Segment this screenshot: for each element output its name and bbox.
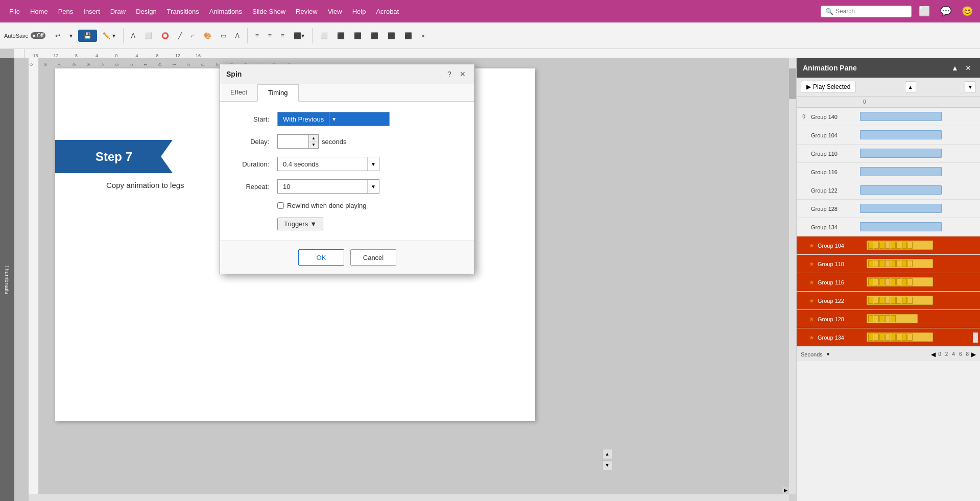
scroll-right-arrow[interactable]: ▶ (782, 487, 789, 494)
pen-button[interactable]: ✏️ ▾ (99, 30, 118, 42)
dialog-controls: ? ✕ (444, 68, 468, 80)
anim-row-sel-group128: ★ Group 128 (797, 310, 980, 328)
anim-bar-area-5 (860, 204, 978, 214)
timeline-prev[interactable]: ◀ (931, 350, 936, 358)
triggers-button[interactable]: Triggers ▼ (277, 218, 323, 230)
anim-sel-bar-area-4 (867, 314, 978, 324)
search-input[interactable] (835, 8, 907, 15)
ok-button[interactable]: OK (298, 249, 344, 266)
align-left-btn[interactable]: ≡ (252, 30, 262, 42)
dialog-help-button[interactable]: ? (444, 68, 455, 80)
start-value: With Previous (278, 115, 329, 123)
duration-select[interactable]: 0.4 seconds ▼ (277, 157, 379, 171)
font-color-btn[interactable]: A (232, 30, 243, 42)
undo-button[interactable]: ↩ (52, 30, 64, 42)
format-btn1[interactable]: ⬜ (317, 30, 331, 42)
save-button[interactable]: 💾 (78, 30, 97, 42)
format-btn4[interactable]: ⬛ (367, 30, 382, 42)
outline-btn[interactable]: ▭ (217, 30, 230, 42)
play-selected-button[interactable]: ▶ Play Selected (801, 81, 856, 93)
vertical-scrollbar[interactable] (789, 58, 796, 494)
menu-acrobat[interactable]: Acrobat (371, 6, 404, 17)
menu-home[interactable]: Home (25, 6, 53, 17)
timeline-next[interactable]: ▶ (971, 350, 976, 358)
format-btn5[interactable]: ⬛ (384, 30, 399, 42)
triggers-label: Triggers (284, 220, 308, 228)
menu-animations[interactable]: Animations (204, 6, 247, 17)
anim-bar-yellow-2 (867, 277, 933, 287)
timeline-dropdown[interactable]: ▾ (825, 350, 831, 358)
animation-pane: Animation Pane ▲ ✕ ▶ Play Selected ▲ ▼ 0… (796, 58, 980, 501)
anim-pane-title: Animation Pane (803, 64, 857, 72)
autosave-toggle[interactable]: ● Off (31, 32, 46, 39)
repeat-select[interactable]: 10 ▼ (277, 179, 379, 194)
comment-icon[interactable]: 💬 (937, 6, 954, 17)
anim-up-btn[interactable]: ▲ (905, 81, 916, 92)
delay-spin-buttons: ▲ ▼ (308, 135, 318, 148)
start-row: Start: With Previous ▼ (232, 112, 462, 126)
repeat-dropdown-arrow: ▼ (367, 180, 379, 193)
shape-rect-btn[interactable]: ⬜ (141, 30, 156, 42)
anim-scroll-arrows: ▲ ▼ (602, 449, 612, 470)
duration-dropdown-arrow: ▼ (367, 157, 379, 171)
tab-effect[interactable]: Effect (220, 84, 257, 101)
star-icon-1: ★ (809, 260, 815, 268)
anim-pane-expand[interactable]: ▲ (949, 62, 961, 74)
align-right-btn[interactable]: ≡ (277, 30, 288, 42)
shape-oval-btn[interactable]: ⭕ (158, 30, 173, 42)
anim-sel-bar-area-5 (867, 332, 978, 343)
align-dropdown-btn[interactable]: ⬛▾ (290, 30, 308, 42)
anim-sel-name-group134: Group 134 (816, 335, 867, 341)
line-btn[interactable]: ╱ (175, 30, 185, 42)
align-center-btn[interactable]: ≡ (265, 30, 275, 42)
anim-name-group128: Group 128 (809, 206, 860, 212)
anim-bar-blue-1 (860, 130, 942, 139)
dialog-close-button[interactable]: ✕ (457, 68, 468, 80)
thumbnails-panel[interactable]: Thumbnails (0, 58, 14, 501)
anim-bar-blue-2 (860, 149, 942, 158)
menu-design[interactable]: Design (131, 6, 161, 17)
slide-scroll-down[interactable]: ▼ (602, 460, 612, 470)
delay-input[interactable] (278, 135, 308, 148)
anim-row-group116: Group 116 (797, 163, 980, 181)
menu-transitions[interactable]: Transitions (162, 6, 204, 17)
seconds-label: Seconds (801, 351, 823, 357)
vertical-ruler: 9876543210123456789 (29, 58, 39, 501)
tab-timing[interactable]: Timing (257, 84, 299, 102)
timeline-num-4: 4 (950, 350, 957, 358)
account-icon[interactable]: 😊 (959, 6, 976, 17)
format-btn6[interactable]: ⬛ (401, 30, 416, 42)
search-icon: 🔍 (825, 8, 833, 15)
anim-row-sel-group122: ★ Group 122 (797, 292, 980, 310)
menu-view[interactable]: View (323, 6, 347, 17)
menu-pens[interactable]: Pens (53, 6, 79, 17)
more-btn[interactable]: » (418, 30, 428, 42)
menu-review[interactable]: Review (291, 6, 323, 17)
start-select[interactable]: With Previous ▼ (277, 112, 390, 126)
triggers-arrow: ▼ (310, 220, 317, 228)
menu-help[interactable]: Help (347, 6, 371, 17)
undo-dropdown[interactable]: ▾ (66, 30, 76, 42)
menu-insert[interactable]: Insert (78, 6, 105, 17)
cancel-button[interactable]: Cancel (350, 249, 396, 266)
text-btn[interactable]: A (128, 30, 139, 42)
fill-btn[interactable]: 🎨 (200, 30, 215, 42)
rewind-checkbox[interactable] (277, 202, 284, 209)
delay-spin-up[interactable]: ▲ (309, 135, 318, 141)
horizontal-scrollbar[interactable] (29, 494, 796, 501)
triggers-section: Triggers ▼ (232, 218, 462, 230)
connector-btn[interactable]: ⌐ (187, 30, 198, 42)
delay-spin-down[interactable]: ▼ (309, 141, 318, 148)
anim-resize-handle[interactable] (973, 332, 978, 343)
search-bar[interactable]: 🔍 (821, 6, 912, 17)
menu-file[interactable]: File (4, 6, 25, 17)
menu-draw[interactable]: Draw (105, 6, 131, 17)
format-btn3[interactable]: ⬛ (350, 30, 365, 42)
anim-pane-close[interactable]: ✕ (963, 62, 974, 74)
anim-bar-area-6 (860, 222, 978, 232)
format-btn2[interactable]: ⬛ (333, 30, 348, 42)
menu-slideshow[interactable]: Slide Show (247, 6, 291, 17)
slide-scroll-up[interactable]: ▲ (602, 449, 612, 459)
share-icon[interactable]: ⬜ (916, 6, 933, 17)
anim-down-btn[interactable]: ▼ (965, 81, 976, 92)
